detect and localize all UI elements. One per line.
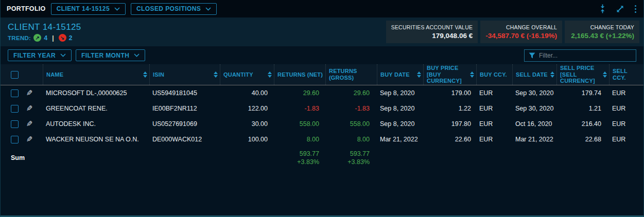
- row-checkbox[interactable]: [11, 120, 19, 128]
- trend-down-count: 2: [69, 34, 73, 42]
- sort-icon[interactable]: [414, 71, 421, 78]
- cell-buy-date: Sep 8, 2020: [377, 120, 423, 128]
- cell-name: GREENCOAT RENE.: [43, 105, 149, 112]
- top-bar: PORTFOLIO CLIENT 14-15125 CLOSED POSITIO…: [1, 0, 643, 17]
- account-stats: SECURITIES ACCOUNT VALUE 179,048.06 € CH…: [386, 21, 639, 43]
- sum-returns-net: 593.77 +3.83%: [274, 150, 325, 167]
- column-header-isin[interactable]: ISIN: [149, 64, 220, 85]
- edit-pencil-icon[interactable]: ✎: [26, 104, 33, 113]
- sort-icon[interactable]: [141, 71, 147, 78]
- cell-returns-gross: -1.83: [325, 105, 377, 112]
- select-all-checkbox[interactable]: [11, 71, 19, 79]
- cell-sell-ccy: EUR: [609, 89, 643, 97]
- cell-returns-gross: 8.00: [325, 136, 377, 143]
- stat-label: CHANGE TODAY: [570, 24, 634, 30]
- cell-returns-net: 558.00: [274, 120, 325, 128]
- edit-pencil-icon[interactable]: ✎: [26, 88, 33, 98]
- sort-icon[interactable]: [548, 71, 554, 78]
- cell-sell-date: Mar 21, 2022: [512, 136, 556, 143]
- row-checkbox[interactable]: [11, 105, 19, 113]
- cell-buy-date: Sep 8, 2020: [377, 105, 423, 112]
- expand-diagonal-icon[interactable]: [616, 5, 624, 13]
- row-select-cell: [8, 120, 23, 128]
- edit-pencil-icon[interactable]: ✎: [26, 119, 33, 129]
- row-checkbox[interactable]: [11, 136, 19, 143]
- stat-label: SECURITIES ACCOUNT VALUE: [391, 24, 473, 30]
- cell-sell-ccy: EUR: [609, 136, 643, 143]
- sort-icon[interactable]: [265, 71, 272, 78]
- table-row: ✎ GREENCOAT RENE. IE00BF2NR112 122.00 -1…: [1, 101, 643, 116]
- stat-change-today: CHANGE TODAY 2,165.43 € (+1.22%): [565, 21, 639, 43]
- row-select-cell: [8, 89, 23, 97]
- client-block: CLIENT 14-15125 TREND: ↗ 4 | ↘ 2: [8, 22, 81, 42]
- cell-returns-net: 8.00: [274, 136, 325, 143]
- cell-returns-net: 29.60: [274, 89, 325, 97]
- chevron-down-icon: [205, 7, 211, 11]
- filter-row: FILTER YEAR FILTER MONTH: [1, 46, 643, 64]
- stat-value: 2,165.43 € (+1.22%): [570, 32, 634, 40]
- top-bar-actions: [599, 4, 637, 14]
- cell-returns-gross: 29.60: [325, 89, 377, 97]
- cell-sell-price: 179.74: [556, 89, 609, 97]
- cell-returns-gross: 558.00: [325, 120, 377, 128]
- cell-sell-date: Oct 16, 2020: [512, 120, 556, 128]
- column-header-returns-net: RETURNS (NET): [274, 64, 325, 85]
- cell-isin: US5949181045: [149, 89, 220, 97]
- cell-buy-date: Sep 8, 2020: [377, 89, 423, 97]
- column-header-buy-ccy: BUY CCY.: [476, 64, 512, 85]
- portfolio-app: PORTFOLIO CLIENT 14-15125 CLOSED POSITIO…: [0, 0, 644, 217]
- edit-pencil-icon[interactable]: ✎: [26, 135, 33, 144]
- chevron-down-icon: [114, 7, 120, 11]
- select-all-cell: [8, 64, 43, 85]
- trend-up-icon: ↗: [33, 34, 41, 42]
- filter-month-label: FILTER MONTH: [81, 52, 129, 59]
- filter-input-container: [524, 49, 636, 62]
- stat-securities-account-value: SECURITIES ACCOUNT VALUE 179,048.06 €: [386, 21, 478, 43]
- filter-year-label: FILTER YEAR: [13, 52, 56, 59]
- column-header-buy-date[interactable]: BUY DATE: [377, 64, 423, 85]
- chevron-down-icon: [134, 53, 140, 57]
- trend-row: TREND: ↗ 4 | ↘ 2: [8, 34, 81, 42]
- row-select-cell: [8, 136, 23, 143]
- table-row: ✎ MICROSOFT DL-,00000625 US5949181045 40…: [1, 85, 643, 101]
- column-header-name[interactable]: NAME: [43, 64, 149, 85]
- client-header-band: CLIENT 14-15125 TREND: ↗ 4 | ↘ 2 SECURIT…: [1, 17, 643, 46]
- positions-dropdown-label: CLOSED POSITIONS: [136, 5, 201, 12]
- row-edit-cell: ✎: [23, 135, 43, 144]
- column-header-returns-gross: RETURNS (GROSS): [325, 64, 377, 85]
- cell-sell-price: 216.40: [556, 120, 609, 128]
- sum-returns-gross: 593.77 +3.83%: [325, 150, 377, 167]
- client-dropdown[interactable]: CLIENT 14-15125: [51, 3, 126, 15]
- positions-dropdown[interactable]: CLOSED POSITIONS: [131, 3, 217, 15]
- client-dropdown-label: CLIENT 14-15125: [57, 5, 110, 12]
- stat-value: 179,048.06 €: [391, 32, 473, 40]
- filter-month-dropdown[interactable]: FILTER MONTH: [76, 49, 145, 61]
- cell-isin: US0527691069: [149, 120, 220, 128]
- collapse-vertical-icon[interactable]: [599, 4, 606, 13]
- cell-buy-ccy: EUR: [476, 105, 512, 112]
- trend-up-count: 4: [44, 34, 47, 42]
- cell-isin: DE000WACK012: [149, 136, 220, 143]
- column-header-sell-date[interactable]: SELL DATE: [512, 64, 556, 85]
- filter-year-dropdown[interactable]: FILTER YEAR: [8, 49, 72, 61]
- table-row: ✎ AUTODESK INC. US0527691069 30.00 558.0…: [1, 116, 643, 132]
- row-checkbox[interactable]: [11, 89, 19, 97]
- column-header-sell-price[interactable]: SELL PRICE [SELL CURRENCY]: [556, 64, 609, 85]
- column-header-sell-ccy: SELL CCY.: [609, 64, 643, 85]
- cell-buy-ccy: EUR: [476, 89, 512, 97]
- cell-isin: IE00BF2NR112: [149, 105, 220, 112]
- table-header: NAME ISIN QUANTITY RETURNS (NET) RETURNS…: [1, 64, 643, 85]
- sort-icon[interactable]: [211, 71, 218, 78]
- trend-down-icon: ↘: [59, 34, 66, 42]
- filter-input[interactable]: [539, 52, 632, 59]
- stat-label: CHANGE OVERALL: [485, 24, 557, 30]
- kebab-menu-icon[interactable]: [634, 4, 637, 14]
- cell-quantity: 40.00: [220, 89, 274, 97]
- cell-returns-net: -1.83: [274, 105, 325, 112]
- cell-buy-ccy: EUR: [476, 120, 512, 128]
- sort-icon[interactable]: [467, 71, 474, 78]
- column-header-quantity[interactable]: QUANTITY: [220, 64, 274, 85]
- table-row: ✎ WACKER NEUSON SE NA O.N. DE000WACK012 …: [1, 132, 643, 147]
- column-header-buy-price[interactable]: BUY PRICE [BUY CURRENCY]: [423, 64, 476, 85]
- sort-icon[interactable]: [600, 71, 607, 78]
